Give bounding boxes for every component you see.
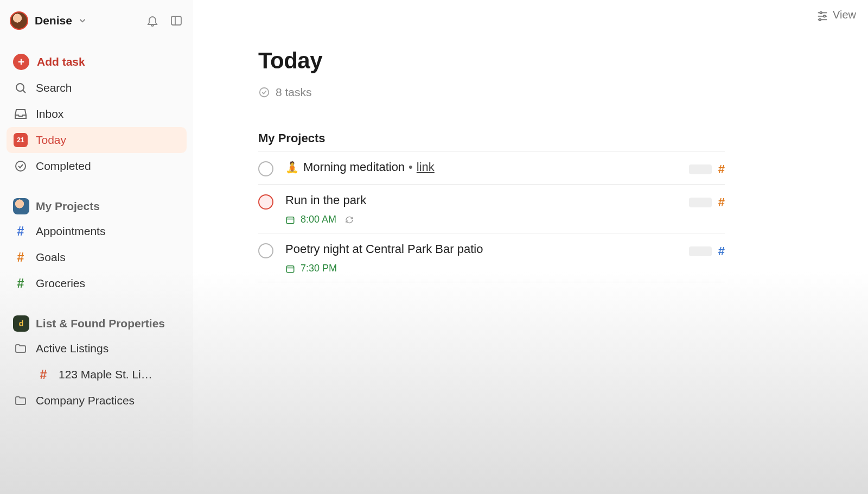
bell-icon[interactable] — [145, 14, 159, 28]
workspace-brand-icon: d — [13, 315, 29, 332]
folder-icon — [13, 341, 28, 356]
sidebar-item-completed[interactable]: Completed — [7, 153, 187, 179]
avatar-small-icon — [13, 198, 29, 214]
add-task-label: Add task — [37, 55, 85, 68]
svg-rect-0 — [171, 16, 181, 25]
hash-icon: # — [13, 276, 28, 291]
svg-point-12 — [819, 18, 821, 21]
hash-icon: # — [36, 367, 51, 382]
task-meta: 7:30 PM — [285, 263, 678, 274]
svg-line-5 — [23, 90, 25, 93]
project-pill — [689, 164, 712, 174]
task-row[interactable]: Run in the park 8:00 AM # — [258, 185, 725, 233]
view-button[interactable]: View — [816, 9, 856, 21]
task-time: 8:00 AM — [301, 214, 336, 225]
task-body: 🧘 Morning meditation • link — [285, 160, 678, 174]
search-icon — [13, 80, 28, 96]
project-appointments[interactable]: # Appointments — [7, 218, 187, 244]
calendar-icon — [285, 215, 295, 225]
sidebar-nav: Add task Search Inbox 21 Today Completed — [7, 49, 187, 179]
workspace-company-practices[interactable]: Company Practices — [7, 388, 187, 414]
section-heading[interactable]: My Projects — [258, 131, 725, 151]
task-row[interactable]: 🧘 Morning meditation • link # — [258, 151, 725, 185]
folder-icon — [13, 393, 28, 408]
hash-icon: # — [718, 195, 725, 210]
task-project-tag[interactable]: # — [689, 162, 725, 176]
inbox-icon — [13, 106, 28, 122]
sidebar: Denise Add task Search In — [0, 0, 193, 494]
project-pill — [689, 246, 712, 256]
avatar — [10, 11, 28, 30]
sidebar-item-search[interactable]: Search — [7, 75, 187, 101]
panel-toggle-icon[interactable] — [169, 14, 183, 28]
task-title: Poetry night at Central Park Bar patio — [285, 242, 678, 256]
sidebar-item-inbox[interactable]: Inbox — [7, 101, 187, 127]
chevron-down-icon — [78, 16, 87, 26]
task-time: 7:30 PM — [301, 263, 337, 274]
recurring-icon — [345, 216, 354, 224]
task-row[interactable]: Poetry night at Central Park Bar patio 7… — [258, 233, 725, 282]
calendar-today-icon: 21 — [13, 132, 28, 148]
inbox-label: Inbox — [36, 107, 63, 121]
svg-point-4 — [16, 84, 24, 91]
username: Denise — [35, 14, 72, 27]
hash-icon: # — [718, 244, 725, 258]
task-body: Poetry night at Central Park Bar patio 7… — [285, 242, 678, 274]
my-projects-heading[interactable]: My Projects — [7, 194, 187, 218]
listing-123-maple[interactable]: # 123 Maple St. Li… — [7, 362, 187, 388]
svg-rect-14 — [286, 217, 294, 223]
sidebar-workspace-section: d List & Found Properties Active Listing… — [7, 312, 187, 414]
project-pill — [689, 198, 712, 207]
task-title: Run in the park — [285, 193, 678, 207]
sliders-icon — [816, 9, 828, 21]
account-switcher[interactable]: Denise — [7, 8, 187, 34]
task-count: 8 tasks — [258, 86, 725, 99]
task-project-tag[interactable]: # — [689, 244, 725, 258]
task-text: Run in the park — [285, 193, 366, 207]
plus-icon — [13, 54, 29, 70]
task-link[interactable]: link — [417, 160, 435, 174]
view-label: View — [833, 9, 856, 21]
task-checkbox[interactable] — [258, 161, 273, 176]
today-label: Today — [36, 134, 66, 147]
task-count-text: 8 tasks — [276, 86, 312, 99]
calendar-icon — [285, 264, 295, 274]
check-circle-icon — [258, 86, 270, 98]
task-body: Run in the park 8:00 AM — [285, 193, 678, 225]
completed-label: Completed — [36, 160, 91, 173]
hash-icon: # — [13, 224, 28, 239]
task-text: Poetry night at Central Park Bar patio — [285, 242, 483, 256]
task-project-tag[interactable]: # — [689, 195, 725, 210]
add-task-button[interactable]: Add task — [7, 49, 187, 75]
hash-icon: # — [718, 162, 725, 176]
page-title: Today — [258, 48, 725, 74]
workspace-heading[interactable]: d List & Found Properties — [7, 312, 187, 335]
task-checkbox[interactable] — [258, 243, 273, 258]
task-title: 🧘 Morning meditation • link — [285, 160, 678, 174]
svg-rect-16 — [286, 265, 294, 272]
workspace-active-listings[interactable]: Active Listings — [7, 335, 187, 362]
content: Today 8 tasks My Projects 🧘 Morning medi… — [193, 0, 790, 282]
task-checkbox[interactable] — [258, 194, 273, 210]
check-circle-icon — [13, 159, 28, 174]
sidebar-my-projects-section: My Projects # Appointments # Goals # Gro… — [7, 194, 187, 296]
svg-point-6 — [16, 161, 25, 171]
svg-point-10 — [824, 15, 826, 17]
search-label: Search — [36, 81, 72, 94]
task-emoji: 🧘 — [285, 161, 299, 174]
task-meta: 8:00 AM — [285, 214, 678, 225]
project-goals[interactable]: # Goals — [7, 244, 187, 270]
project-groceries[interactable]: # Groceries — [7, 270, 187, 296]
svg-point-13 — [260, 88, 269, 97]
sidebar-item-today[interactable]: 21 Today — [7, 127, 187, 153]
main-area: View Today 8 tasks My Projects 🧘 Morning… — [193, 0, 868, 494]
hash-icon: # — [13, 250, 28, 265]
task-text: Morning meditation — [303, 160, 405, 174]
separator: • — [409, 160, 413, 174]
svg-point-8 — [820, 11, 822, 14]
